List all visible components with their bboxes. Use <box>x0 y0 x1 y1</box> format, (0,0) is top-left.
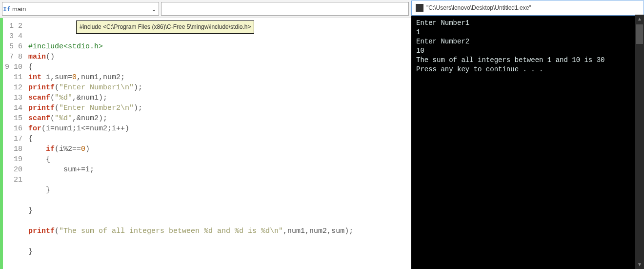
code-token: ( <box>55 104 59 112</box>
code-text[interactable]: #include <C:\Program Files (x86)\C-Free … <box>25 18 411 269</box>
ide-root: If main ⌄ 1 2 3 4 5 6 7 8 9 10 11 12 13 … <box>0 0 644 269</box>
console-line: Enter Number2 <box>416 38 469 45</box>
code-token: ,num1,num2; <box>77 73 125 82</box>
code-token: { <box>28 155 50 164</box>
code-token: ) <box>85 145 90 153</box>
code-token: printf <box>28 104 55 112</box>
scroll-down-icon[interactable]: ▼ <box>635 260 644 269</box>
console-pane: "C:\Users\lenovo\Desktop\Untitled1.exe" … <box>411 0 644 269</box>
code-token: () <box>46 53 55 61</box>
code-token: (i=num1;i<=num2;i++) <box>41 124 129 133</box>
scroll-thumb[interactable] <box>636 24 643 44</box>
console-app-icon <box>416 4 423 12</box>
code-token: "Enter Number2\n" <box>59 104 134 112</box>
code-token: ( <box>55 227 59 235</box>
scope-dropdown-text: main <box>11 5 149 13</box>
code-token: 0 <box>81 145 85 153</box>
code-token: "The sum of all integers between %d and … <box>59 227 283 235</box>
code-token: if <box>46 145 55 153</box>
console-line: The sum of all integers between 1 and 10… <box>416 56 604 64</box>
editor-pane: If main ⌄ 1 2 3 4 5 6 7 8 9 10 11 12 13 … <box>0 0 411 269</box>
code-token: (i%2== <box>55 145 81 153</box>
console-scrollbar[interactable]: ▲ ▼ <box>635 15 644 269</box>
console-line: Enter Number1 <box>416 19 469 27</box>
scroll-up-icon[interactable]: ▲ <box>635 15 644 23</box>
console-line: 1 <box>416 28 420 36</box>
code-token: scanf <box>28 114 50 123</box>
code-token: printf <box>28 227 55 235</box>
console-titlebar[interactable]: "C:\Users\lenovo\Desktop\Untitled1.exe" <box>411 0 644 16</box>
code-token: scanf <box>28 94 50 102</box>
code-token <box>41 73 46 82</box>
include-tooltip: #include <C:\Program Files (x86)\C-Free … <box>76 21 254 34</box>
code-token: ,num1,num2,sum); <box>283 227 353 235</box>
code-token: ( <box>50 94 55 102</box>
code-token: ( <box>55 83 59 92</box>
console-line: 10 <box>416 47 424 55</box>
line-number-gutter: 1 2 3 4 5 6 7 8 9 10 11 12 13 14 15 16 1… <box>3 18 25 269</box>
code-token: ( <box>50 114 55 123</box>
chevron-down-icon: ⌄ <box>149 5 159 13</box>
code-token: sum+=i; <box>28 166 94 174</box>
code-token: ,&num2); <box>72 114 107 123</box>
function-icon: If <box>2 5 11 13</box>
code-token: ,&num1); <box>72 94 107 102</box>
code-token: } <box>28 248 33 256</box>
member-dropdown[interactable] <box>161 2 409 16</box>
code-token: { <box>28 135 33 143</box>
code-token: int <box>28 73 41 82</box>
code-token: "Enter Number1\n" <box>59 83 134 92</box>
code-area[interactable]: 1 2 3 4 5 6 7 8 9 10 11 12 13 14 15 16 1… <box>0 18 411 269</box>
console-title-text: "C:\Users\lenovo\Desktop\Untitled1.exe" <box>426 4 531 11</box>
code-token: { <box>28 63 33 71</box>
code-token: for <box>28 124 41 133</box>
code-token: "%d" <box>55 94 72 102</box>
code-token: printf <box>28 83 55 92</box>
scope-dropdown[interactable]: If main ⌄ <box>2 2 159 16</box>
editor-top-bar: If main ⌄ <box>0 0 411 18</box>
code-token: 0 <box>72 73 77 82</box>
code-token: #include<stdio.h> <box>28 42 103 51</box>
code-token: i,sum= <box>46 73 72 82</box>
code-token: main <box>28 53 46 61</box>
code-token: } <box>28 207 33 215</box>
console-output[interactable]: Enter Number1 1 Enter Number2 10 The sum… <box>411 16 644 269</box>
code-token: } <box>28 186 50 194</box>
code-token: ); <box>134 83 142 92</box>
console-line: Press any key to continue . . . <box>416 65 543 73</box>
code-token: "%d" <box>55 114 72 123</box>
code-token: ); <box>134 104 142 112</box>
